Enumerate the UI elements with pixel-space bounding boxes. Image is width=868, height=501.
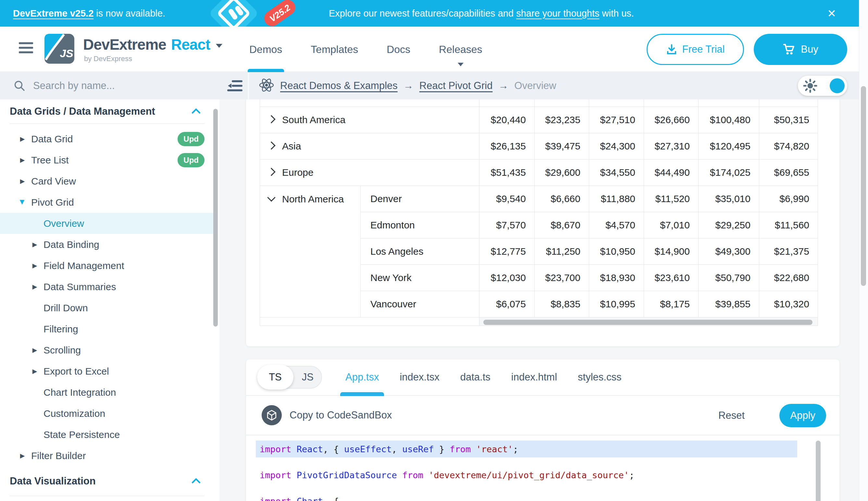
section-title: Data Grids / Data Management — [10, 106, 155, 117]
code-line-1[interactable]: import React, { useEffect, useRef } from… — [256, 440, 797, 457]
hamburger-menu-icon[interactable] — [19, 42, 33, 56]
pivot-city-cell-new-york: New York — [361, 265, 480, 291]
reset-button[interactable]: Reset — [716, 396, 747, 435]
code-scrollbar[interactable] — [816, 440, 821, 501]
nav-item-templates[interactable]: Templates — [308, 26, 361, 72]
pivot-value-cell: $6,075 — [480, 291, 535, 317]
main-content: South America$20,440$23,235$27,510$26,66… — [219, 99, 859, 501]
brand-title[interactable]: DevExtreme React — [83, 36, 222, 53]
banner-release-rest: is now available. — [94, 8, 165, 19]
search-icon — [14, 80, 25, 92]
pivot-clipped-row — [260, 99, 818, 107]
sidebar-scrollbar[interactable] — [213, 109, 218, 327]
sidebar-search — [0, 72, 219, 99]
sidebar-item-overview[interactable]: Overview — [0, 213, 214, 234]
pivot-value-cell: $50,315 — [759, 107, 818, 133]
file-tab-index-html[interactable]: index.html — [501, 359, 568, 395]
pivot-region-label: Asia — [282, 141, 301, 151]
page-scrollbar[interactable] — [859, 0, 868, 501]
sidebar-item-state-persistence[interactable]: State Persistence — [0, 424, 214, 445]
sidebar-item-label: Pivot Grid — [31, 197, 74, 208]
pivot-region-cell-asia[interactable]: Asia — [260, 133, 480, 159]
theme-toggle[interactable] — [798, 76, 847, 96]
devextreme-js-logo[interactable]: JS — [44, 34, 74, 64]
sidebar-item-filtering[interactable]: Filtering — [0, 318, 214, 340]
file-tab-app-tsx[interactable]: App.tsx — [335, 359, 389, 395]
nav-item-releases[interactable]: Releases — [436, 26, 485, 72]
code-token: React — [297, 444, 323, 454]
file-tab-index-tsx[interactable]: index.tsx — [389, 359, 450, 395]
sidebar-item-card-view[interactable]: ▶Card View — [0, 171, 214, 192]
sidebar-section-data-grids[interactable]: Data Grids / Data Management — [0, 99, 214, 124]
pivot-value-cell: $11,520 — [644, 185, 699, 212]
sidebar-item-data-grid[interactable]: ▶Data GridUpd — [0, 128, 214, 149]
nav-item-docs[interactable]: Docs — [384, 26, 413, 72]
expand-chevron-icon[interactable] — [267, 115, 275, 123]
app-header: JS DevExtreme React by DevExpress DemosT… — [0, 26, 859, 72]
sidebar-item-label: Scrolling — [44, 345, 81, 356]
sidebar-item-field-management[interactable]: ▶Field Management — [0, 255, 214, 276]
divider — [10, 496, 205, 496]
banner-close-button[interactable]: ✕ — [825, 0, 838, 26]
pivot-city-cell-los-angeles: Los Angeles — [361, 238, 480, 265]
nav-item-demos[interactable]: Demos — [247, 26, 285, 72]
language-toggle[interactable]: TS JS — [257, 366, 322, 388]
code-line-2[interactable]: import PivotGridDataSource from 'devextr… — [256, 467, 797, 483]
language-option-ts[interactable]: TS — [257, 365, 294, 390]
react-icon — [259, 78, 274, 94]
page-scrollbar-thumb[interactable] — [861, 86, 866, 286]
sidebar-item-scrolling[interactable]: ▶Scrolling — [0, 340, 214, 361]
language-option-js[interactable]: JS — [302, 366, 314, 388]
updated-badge: Upd — [178, 153, 205, 167]
pivot-value-cell: $11,560 — [759, 212, 818, 238]
sidebar-section-data-visualization[interactable]: Data Visualization — [0, 469, 214, 493]
pivot-value-cell: $10,950 — [589, 238, 644, 265]
search-input[interactable] — [32, 79, 189, 92]
copy-to-codesandbox-button[interactable]: Copy to CodeSandBox — [260, 405, 394, 426]
sidebar-item-pivot-grid[interactable]: ▶Pivot Grid — [0, 192, 214, 213]
share-your-thoughts-link[interactable]: share your thoughts — [516, 8, 599, 19]
sidebar-item-chart-integration[interactable]: Chart Integration — [0, 382, 214, 403]
sidebar-item-customization[interactable]: Customization — [0, 403, 214, 424]
pivot-value-cell: $39,475 — [535, 133, 589, 159]
breadcrumb-pivot-grid-link[interactable]: React Pivot Grid — [419, 80, 493, 92]
file-tab-styles-css[interactable]: styles.css — [568, 359, 632, 395]
apply-button[interactable]: Apply — [779, 404, 826, 427]
sidebar-item-export-to-excel[interactable]: ▶Export to Excel — [0, 361, 214, 382]
sidebar-item-drill-down[interactable]: Drill Down — [0, 297, 214, 318]
file-tab-data-ts[interactable]: data.ts — [450, 359, 501, 395]
pivot-horizontal-scrollbar[interactable] — [480, 317, 818, 326]
code-line-3[interactable]: import Chart, { — [256, 492, 797, 501]
chevron-collapsed-icon: ▶ — [19, 178, 26, 185]
breadcrumb-demos-link[interactable]: React Demos & Examples — [280, 80, 398, 92]
collapse-sidebar-button[interactable] — [227, 78, 243, 93]
pivot-value-cell — [699, 99, 759, 107]
code-editor[interactable]: import React, { useEffect, useRef } from… — [246, 435, 839, 501]
pivot-region-cell-europe[interactable]: Europe — [260, 159, 480, 185]
codesandbox-icon — [262, 405, 282, 425]
banner-version-badge: V25.2 — [261, 0, 298, 26]
pivot-row-header-footer — [260, 317, 480, 326]
pivot-value-cell: $51,435 — [480, 159, 535, 185]
buy-button[interactable]: Buy — [754, 34, 847, 65]
pivot-region-cell-north-america[interactable]: North America — [260, 185, 361, 317]
scrollbar-thumb[interactable] — [483, 320, 813, 325]
sidebar-item-tree-list[interactable]: ▶Tree ListUpd — [0, 149, 214, 171]
sidebar-item-data-summaries[interactable]: ▶Data Summaries — [0, 276, 214, 297]
divider — [10, 124, 205, 124]
collapse-chevron-icon[interactable] — [267, 193, 275, 201]
free-trial-button[interactable]: Free Trial — [647, 34, 744, 65]
pivot-region-cell-south-america[interactable]: South America — [260, 107, 480, 133]
chevron-down-icon — [458, 63, 463, 66]
pivot-value-cell: $8,670 — [535, 212, 589, 238]
svg-text:JS: JS — [60, 47, 73, 60]
nav-item-label: Demos — [249, 44, 282, 55]
sidebar-item-filter-builder[interactable]: ▶Filter Builder — [0, 445, 214, 466]
expand-chevron-icon[interactable] — [267, 141, 275, 149]
sidebar-item-data-binding[interactable]: ▶Data Binding — [0, 234, 214, 255]
pivot-value-cell: $50,790 — [699, 265, 759, 291]
theme-toggle-knob[interactable] — [830, 78, 845, 93]
banner-release-link[interactable]: DevExtreme v25.2 — [13, 8, 94, 19]
expand-chevron-icon[interactable] — [267, 168, 275, 176]
pivot-region-label: North America — [282, 194, 344, 204]
